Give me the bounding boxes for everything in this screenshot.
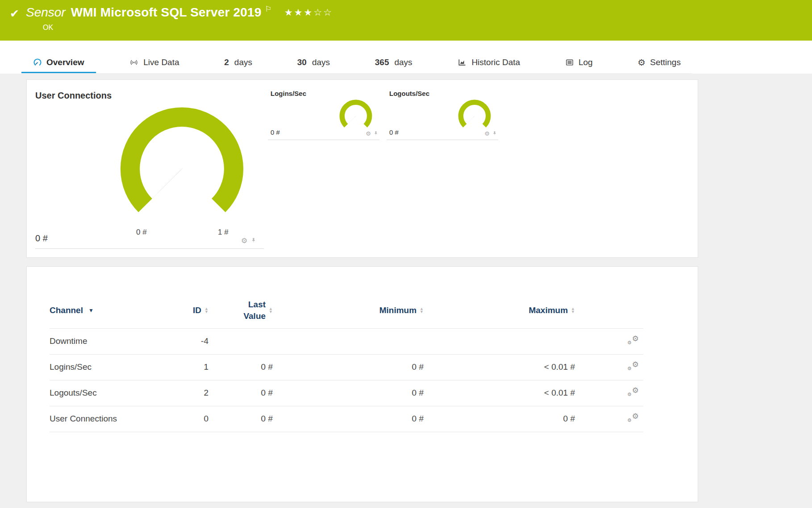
- tab-live-data[interactable]: Live Data: [117, 53, 191, 73]
- priority-stars-icon[interactable]: ★★★☆☆: [284, 7, 333, 18]
- tab-overview[interactable]: Overview: [21, 53, 96, 73]
- live-data-icon: [129, 58, 139, 67]
- column-header-channel[interactable]: Channel ▼: [50, 293, 159, 328]
- channel-settings-icon[interactable]: ⚙⚙: [627, 387, 639, 397]
- channel-minimum: 0 #: [273, 380, 424, 406]
- channels-table: Channel ▼ ID ▲▼ Last: [50, 293, 643, 432]
- channel-maximum: 0 #: [424, 406, 575, 432]
- column-label: Channel: [50, 306, 83, 315]
- channel-last-value: 0 #: [208, 380, 273, 406]
- channel-maximum: < 0.01 #: [424, 354, 575, 380]
- sort-icon[interactable]: ▲▼: [420, 307, 424, 314]
- column-label: Maximum: [529, 306, 568, 315]
- small-gauge-controls: ⚙: [484, 130, 497, 137]
- table-header-row: Channel ▼ ID ▲▼ Last: [50, 293, 643, 328]
- tab-label: Historic Data: [471, 58, 520, 67]
- channel-last-value: 0 #: [208, 406, 273, 432]
- tab-2-days[interactable]: 2 days: [212, 53, 264, 73]
- tab-bar: Overview Live Data 2 days 30 days 365 da…: [21, 53, 692, 74]
- gauge-scale-min: 0 #: [136, 228, 147, 237]
- column-header-last-value[interactable]: Last Value ▲▼: [208, 293, 273, 328]
- sort-icon[interactable]: ▲▼: [269, 307, 273, 314]
- gauge-gear-icon[interactable]: ⚙: [366, 131, 371, 136]
- sensor-title: WMI Microsoft SQL Server 2019: [71, 5, 262, 20]
- overview-gauge-icon: [33, 58, 42, 67]
- channel-id: 2: [159, 380, 208, 406]
- sort-descending-icon[interactable]: ▼: [88, 307, 94, 314]
- column-label: Last: [243, 299, 266, 310]
- gauge-gear-icon[interactable]: ⚙: [484, 131, 490, 136]
- table-row: Logouts/Sec 2 0 # 0 # < 0.01 # ⚙⚙: [50, 380, 643, 406]
- tab-label: days: [394, 58, 412, 67]
- main-gauge-value: 0 #: [35, 233, 48, 244]
- channel-name: Logins/Sec: [50, 354, 159, 380]
- gauge-scale-max: 1 #: [218, 228, 229, 237]
- small-gauge-value: 0 #: [271, 128, 280, 136]
- sort-icon[interactable]: ▲▼: [204, 307, 208, 314]
- channel-id: -4: [159, 328, 208, 354]
- channel-minimum: [273, 328, 424, 354]
- column-header-minimum[interactable]: Minimum ▲▼: [273, 293, 424, 328]
- header-text: Sensor WMI Microsoft SQL Server 2019 ⚐ ★…: [26, 5, 333, 32]
- user-connections-gauge-dial: [116, 103, 248, 235]
- channel-settings-icon[interactable]: ⚙⚙: [627, 361, 639, 371]
- table-row: Downtime -4 ⚙⚙: [50, 328, 643, 354]
- table-row: User Connections 0 0 # 0 # 0 # ⚙⚙: [50, 406, 643, 432]
- column-label: Minimum: [379, 306, 416, 315]
- sensor-header: ✔ Sensor WMI Microsoft SQL Server 2019 ⚐…: [0, 0, 812, 41]
- tab-settings[interactable]: ⚙ Settings: [626, 53, 692, 73]
- small-gauge-title: Logouts/Sec: [389, 90, 429, 97]
- historic-data-chart-icon: [457, 58, 467, 67]
- table-row: Logins/Sec 1 0 # 0 # < 0.01 # ⚙⚙: [50, 354, 643, 380]
- log-icon: [565, 58, 574, 67]
- small-gauge-value: 0 #: [389, 128, 399, 136]
- column-header-id[interactable]: ID ▲▼: [159, 293, 208, 328]
- tab-30-days[interactable]: 30 days: [286, 53, 341, 73]
- column-header-maximum[interactable]: Maximum ▲▼: [424, 293, 575, 328]
- gauge-gear-icon[interactable]: ⚙: [241, 237, 247, 244]
- channel-settings-icon[interactable]: ⚙⚙: [627, 413, 639, 423]
- tab-historic-data[interactable]: Historic Data: [446, 53, 532, 73]
- channel-name: Downtime: [50, 328, 159, 354]
- channel-name: User Connections: [50, 406, 159, 432]
- channel-name: Logouts/Sec: [50, 380, 159, 406]
- tab-label: days: [312, 58, 330, 67]
- logins-per-sec-gauge: Logins/Sec 0 # ⚙: [268, 90, 379, 140]
- channel-id: 1: [159, 354, 208, 380]
- tab-days-number: 30: [297, 58, 307, 67]
- column-label: ID: [193, 306, 201, 315]
- channel-minimum: 0 #: [273, 406, 424, 432]
- object-kind-label: Sensor: [26, 5, 66, 20]
- title-line: Sensor WMI Microsoft SQL Server 2019 ⚐ ★…: [26, 5, 333, 20]
- main-gauge-controls: ⚙: [241, 237, 257, 244]
- channel-maximum: [424, 328, 575, 354]
- main-gauge-title: User Connections: [35, 91, 112, 101]
- tab-days-number: 365: [375, 58, 389, 67]
- pin-icon[interactable]: [492, 130, 497, 137]
- logouts-per-sec-gauge: Logouts/Sec 0 # ⚙: [387, 90, 498, 140]
- column-label: Value: [243, 310, 266, 322]
- tab-label: Overview: [46, 58, 84, 67]
- status-check-icon: ✔: [10, 7, 19, 20]
- pin-icon[interactable]: [373, 130, 379, 137]
- pin-icon[interactable]: [250, 237, 257, 244]
- tab-label: days: [234, 58, 252, 67]
- channel-last-value: 0 #: [208, 354, 273, 380]
- sort-icon[interactable]: ▲▼: [571, 307, 575, 314]
- sensor-status: OK: [43, 24, 333, 32]
- channel-id: 0: [159, 406, 208, 432]
- tab-log[interactable]: Log: [554, 53, 604, 73]
- gauge-divider: [35, 248, 264, 249]
- channels-panel: Channel ▼ ID ▲▼ Last: [26, 266, 698, 502]
- small-gauge-controls: ⚙: [366, 130, 379, 137]
- tab-label: Settings: [650, 58, 681, 67]
- tab-label: Live Data: [143, 58, 179, 67]
- logins-gauge-dial: [338, 99, 373, 133]
- channel-minimum: 0 #: [273, 354, 424, 380]
- tab-label: Log: [579, 58, 593, 67]
- gauges-panel: User Connections 0 # 1 # 0 # ⚙ Logins/Se…: [26, 79, 698, 258]
- settings-gear-icon: ⚙: [637, 57, 645, 68]
- flag-icon[interactable]: ⚐: [265, 4, 272, 14]
- channel-settings-icon[interactable]: ⚙⚙: [627, 335, 639, 345]
- tab-365-days[interactable]: 365 days: [363, 53, 424, 73]
